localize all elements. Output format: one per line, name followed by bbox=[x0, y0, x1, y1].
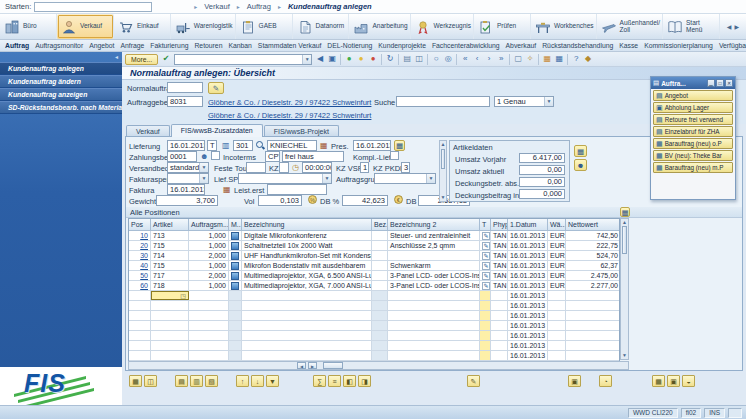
subtotal-icon[interactable]: ≡ bbox=[328, 375, 341, 387]
insert-row-icon[interactable]: ▤ bbox=[175, 375, 188, 387]
table-row[interactable]: 607181,000Multimediaprojektor, XGA, 7.00… bbox=[129, 281, 619, 291]
menu-item-angebot[interactable]: Angebot bbox=[86, 42, 117, 49]
menu-item-del-notierung[interactable]: DEL-Notierung bbox=[324, 42, 375, 49]
more-button[interactable]: More... bbox=[125, 54, 158, 65]
note-icon[interactable]: ✎ bbox=[482, 252, 490, 260]
table-row-empty[interactable]: 16.01.2013 bbox=[129, 351, 619, 361]
partner-input[interactable]: KNIECHEL bbox=[267, 140, 317, 151]
note-icon[interactable]: ✎ bbox=[467, 375, 480, 387]
breadcrumb-item[interactable]: Kundenauftrag anlegen bbox=[288, 2, 372, 11]
detail-icon[interactable]: ▦ bbox=[129, 375, 142, 387]
sidebar-item-2[interactable]: Kundenauftrag anzeigen bbox=[0, 88, 122, 101]
pricing-icon[interactable]: ▣ bbox=[568, 375, 581, 387]
column-header-5[interactable]: Bez... bbox=[372, 219, 388, 230]
ribbon-button-gaeb[interactable]: GAEB bbox=[236, 14, 293, 39]
info-blue-icon[interactable]: ▣ bbox=[667, 375, 680, 387]
ribbon-button-warenlogistik[interactable]: Warenlogistik bbox=[171, 14, 236, 39]
note-icon[interactable]: ✎ bbox=[482, 242, 490, 250]
incoterms-code-input[interactable]: CPT bbox=[265, 151, 280, 162]
table-row-empty[interactable]: 16.01.2013 bbox=[129, 331, 619, 341]
menu-item-anfrage[interactable]: Anfrage bbox=[117, 42, 147, 49]
suche-mode-select[interactable]: 1 Genau ▼ bbox=[494, 96, 554, 107]
scrollbar-thumb[interactable] bbox=[323, 362, 343, 369]
lief-sp-select[interactable]: ▼ bbox=[238, 173, 332, 184]
auftragsgrund-select[interactable]: ▼ bbox=[374, 173, 436, 184]
chevron-down-icon[interactable]: ▼ bbox=[544, 97, 553, 106]
print-icon[interactable]: ▤ bbox=[401, 53, 413, 65]
menu-item-abverkauf[interactable]: Abverkauf bbox=[503, 42, 540, 49]
panel-minimize-icon[interactable]: ▁ bbox=[707, 79, 715, 87]
services-icon[interactable]: ◒ bbox=[682, 375, 695, 387]
zahlungsbeding-input[interactable]: 0001 bbox=[167, 151, 197, 162]
ribbon-button-datanorm[interactable]: Datanorm bbox=[293, 14, 350, 39]
back-icon[interactable]: ◀ bbox=[314, 53, 326, 65]
kz-vsf-input[interactable]: 1 bbox=[360, 162, 369, 173]
table-row-empty[interactable]: 16.01.2013 bbox=[129, 301, 619, 311]
condition-icon[interactable]: ◔ bbox=[599, 375, 612, 387]
panel-button-einzelabruf-zha[interactable]: ▤Einzelabruf für ZHA bbox=[653, 126, 733, 137]
lock-icon[interactable]: ◫ bbox=[144, 375, 157, 387]
table-row-empty[interactable]: 16.01.2013 bbox=[129, 341, 619, 351]
menu-item-auftragsmonitor[interactable]: Auftragsmonitor bbox=[32, 42, 86, 49]
help-icon[interactable]: ? bbox=[570, 53, 582, 65]
column-header-11[interactable]: Nettowert bbox=[566, 219, 621, 230]
menu-item-retouren[interactable]: Retouren bbox=[191, 42, 225, 49]
column-header-10[interactable]: Wä... bbox=[548, 219, 566, 230]
column-header-4[interactable]: Bezeichnung bbox=[242, 219, 372, 230]
next-page-icon[interactable]: › bbox=[483, 53, 495, 65]
artikel-cell[interactable]: ◳ bbox=[151, 291, 189, 300]
panel-header[interactable]: ▤ Auftra... ▁□✕ bbox=[651, 77, 735, 89]
first-page-icon[interactable]: « bbox=[459, 53, 471, 65]
menu-item-stammdaten-verkauf[interactable]: Stammdaten Verkauf bbox=[255, 42, 324, 49]
menu-item-kasse[interactable]: Kasse bbox=[616, 42, 641, 49]
chevron-down-icon[interactable]: ▼ bbox=[322, 174, 331, 183]
panel-maximize-icon[interactable]: □ bbox=[716, 79, 724, 87]
ribbon-button-werkzeugnis[interactable]: Werkzeugnis bbox=[411, 14, 474, 39]
ribbon-button-anarbeitung[interactable]: Anarbeitung bbox=[349, 14, 410, 39]
table-icon[interactable]: ▦ bbox=[541, 53, 553, 65]
auftraggeber-address-link[interactable]: Glöbner & Co. / Dieselstr. 29 / 97422 Sc… bbox=[208, 98, 371, 107]
ribbon-nav-prev-icon[interactable]: ◀ bbox=[727, 23, 732, 30]
suche-input[interactable] bbox=[396, 96, 490, 107]
panel-button-retoure-frei-verwend[interactable]: ▤Retoure frei verwend bbox=[653, 114, 733, 125]
chevron-down-icon[interactable]: ▼ bbox=[199, 163, 208, 172]
incoterms-text-input[interactable]: frei haus bbox=[282, 151, 344, 162]
table-row-empty[interactable]: ◳16.01.2013 bbox=[129, 291, 619, 301]
menu-item-auftrag[interactable]: Auftrag bbox=[2, 42, 32, 49]
table-row[interactable]: 207151,000Schaltnetzteil 10x 2000 WattAn… bbox=[129, 241, 619, 251]
lieferung-date-input[interactable]: 16.01.2013 bbox=[167, 140, 205, 151]
sum-icon[interactable]: ∑ bbox=[313, 375, 326, 387]
partner-list-icon[interactable]: ☻ bbox=[574, 159, 587, 171]
zahlungsbeding-checkbox[interactable] bbox=[211, 151, 220, 160]
breadcrumb-item[interactable]: Verkauf bbox=[204, 2, 229, 11]
scroll-up-icon[interactable]: ▲ bbox=[440, 141, 446, 148]
auftraggeber-input[interactable]: 8031 bbox=[167, 96, 203, 107]
print-preview-icon[interactable]: ◫ bbox=[413, 53, 425, 65]
table-row[interactable]: 407151,000Mikrofon Bodenstativ mit ausde… bbox=[129, 261, 619, 271]
search-icon[interactable] bbox=[256, 141, 265, 150]
breadcrumb-item[interactable]: Auftrag bbox=[247, 2, 271, 11]
column-header-3[interactable]: M... bbox=[229, 219, 242, 230]
panel-button-angebot[interactable]: ▤Angebot bbox=[653, 90, 733, 101]
zeit-input[interactable]: 00:00:00 bbox=[302, 162, 332, 173]
status-yellow-icon[interactable]: ● bbox=[355, 53, 367, 65]
sidebar-item-1[interactable]: Kundenauftrag ändern bbox=[0, 75, 122, 88]
command-input[interactable] bbox=[175, 55, 302, 64]
panel-button-bv-neu-theke-bar[interactable]: ▦BV (neu): Theke Bar bbox=[653, 150, 733, 161]
table-row[interactable]: 107131,000Digitale MikrofonkonferenzSteu… bbox=[129, 231, 619, 241]
menu-item-r-ckstandsbehandlung[interactable]: Rückstandsbehandlung bbox=[539, 42, 616, 49]
table-layout-icon[interactable]: ▦ bbox=[620, 207, 630, 217]
faktura-date-input[interactable]: 16.01.2013 bbox=[167, 184, 205, 195]
column-header-2[interactable]: Auftragsm... bbox=[189, 219, 229, 230]
feste-tour-input[interactable] bbox=[246, 162, 266, 173]
menu-item-kanban[interactable]: Kanban bbox=[225, 42, 254, 49]
note-icon[interactable]: ✎ bbox=[482, 262, 490, 270]
paste-icon[interactable]: ◨ bbox=[358, 375, 371, 387]
sort-desc-icon[interactable]: ↓ bbox=[251, 375, 264, 387]
sidebar-item-3[interactable]: SD-Rückstandsbearb. nach Material bbox=[0, 101, 122, 114]
normalauftrag-input[interactable] bbox=[167, 82, 203, 93]
calendar-icon[interactable]: ▦ bbox=[394, 140, 405, 151]
refresh-icon[interactable]: ↻ bbox=[384, 53, 396, 65]
sort-asc-icon[interactable]: ↑ bbox=[236, 375, 249, 387]
sidebar-collapse-icon[interactable]: ◂ bbox=[0, 52, 122, 62]
